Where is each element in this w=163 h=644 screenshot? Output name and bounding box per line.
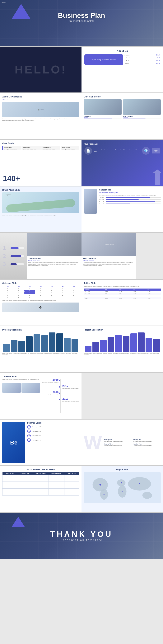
row-project-desc: Project Description Lorem ipsum dolor si…	[0, 326, 163, 372]
cal-day-24: 24	[24, 294, 35, 296]
gadget-bar-track-1	[106, 197, 161, 198]
cal-day-13: 13	[58, 290, 68, 292]
timeline-event-2015-text: Lorem ipsum dolor sit amet consectetur	[42, 382, 59, 383]
cal-day-7: 7	[68, 287, 79, 289]
cal-day-12: 12	[46, 290, 57, 292]
ic-3-4	[48, 482, 64, 485]
row-hello-aboutus: HELLO! About Us Are you ready to make a …	[0, 46, 163, 92]
portfolio2-subtitle: What's lorem dolor	[83, 260, 134, 262]
gadget-bar-fill-4	[106, 204, 130, 204]
portfolio1-slide: Your Portfolio What's lorem dolor Lorem …	[27, 233, 82, 279]
cal-header-sat: Sat	[68, 286, 79, 287]
maps-slide: Maps Slides	[82, 466, 163, 512]
w-item-3: Heading Three Lorem ipsum dolor sit amet…	[104, 443, 131, 446]
infographic-row-2	[2, 478, 79, 482]
team-name-1: Jane Bone	[84, 116, 122, 117]
cover-slide: 演界网 Business Plan Presentation template	[0, 0, 163, 46]
gadget-phone-image	[84, 189, 97, 214]
case-item-desc-3: Lorem ipsum dolor sit amet	[42, 148, 59, 150]
team-bar-fill-1	[84, 118, 112, 119]
number-bar-area-2	[10, 255, 24, 257]
td-2-q3: 1,100	[132, 293, 146, 295]
ic-1-5	[64, 475, 79, 478]
behance-content: Behance Social ⚙ Free-support 24/7 ⚙ Fre…	[27, 422, 79, 463]
portfolio1-image	[27, 233, 82, 256]
case-study-slide: Case Study Advantage 1 Lorem ipsum dolor…	[0, 140, 82, 186]
brush-img-label: ✈ Airplane	[4, 194, 10, 196]
project-desc2-slide: Project Description Lorem ipsum dolor si…	[82, 326, 163, 372]
infographic-row-1	[2, 475, 79, 478]
about-item-price-3: $19.00	[156, 60, 160, 62]
case-item-2: Advantage 2 Lorem ipsum dolor sit amet	[22, 146, 41, 150]
w-item-text-4: Lorem ipsum dolor sit amet consectetur.	[133, 445, 161, 446]
hello-slide: HELLO!	[0, 46, 82, 92]
cal-day-26: 26	[46, 294, 57, 296]
w-letter: W	[84, 433, 102, 452]
w-slide: W Heading One Lorem ipsum dolor sit amet…	[82, 420, 163, 466]
cal-day-9: 9	[14, 290, 24, 292]
number-bar-fill-3	[10, 264, 17, 265]
ic-4-2	[17, 485, 32, 488]
portfolio2-text: Lorem ipsum dolor sit amet consectetur a…	[83, 262, 134, 266]
ic-4-5	[64, 485, 79, 488]
about-item-price-1: $19.00	[156, 54, 160, 56]
infographic-th-2: CATEGORY TWO	[17, 472, 32, 475]
ic-3-1	[2, 482, 17, 485]
w-item-title-2: Heading Two	[133, 439, 161, 440]
team-project-slide: Our Team Project Jane Bone Designer Bria…	[82, 93, 163, 139]
th-q2: Q2	[118, 288, 132, 291]
td-3-q3: 750	[132, 295, 146, 297]
timeline-right: 2015 Lorem ipsum dolor sit amet consecte…	[42, 375, 80, 416]
td-1-q1: 1,200	[104, 291, 118, 293]
timeline-line	[60, 379, 61, 413]
about-item-3: Coffee Issue $19.00	[125, 60, 160, 62]
behance-title: Behance Social	[27, 422, 79, 424]
chart-bar-2-2	[92, 342, 99, 352]
ic-2-4	[48, 478, 64, 482]
cal-header-tue: Tue	[24, 286, 35, 287]
thankyou-grid-decoration	[0, 513, 163, 559]
timeline-img-1	[2, 383, 21, 393]
gadget-bar-1: Feature 1	[99, 197, 161, 198]
about-item-price-4: $19.00	[156, 63, 160, 64]
infographic-row-6	[2, 492, 79, 496]
cal-day-6: 6	[58, 287, 68, 289]
svg-marker-12	[152, 170, 162, 185]
behance-icon-4: ⚙	[27, 438, 31, 442]
ic-3-5	[64, 482, 79, 485]
chart-bar-1-10	[72, 339, 78, 352]
about-company-subtitle: About us	[2, 99, 79, 101]
team-layout: Jane Bone Designer Brian Template Develo…	[84, 99, 161, 119]
behance-item-text-4: Free-support 24/7	[32, 440, 41, 441]
cover-grid-decoration	[0, 0, 163, 46]
gadget-bar-label-1: Feature 1	[99, 197, 105, 198]
w-item-title-3: Heading Three	[104, 443, 131, 445]
bubble-text: Are you ready to make a decision?	[90, 59, 117, 60]
chart-bar-1-7	[49, 332, 56, 352]
chart-bar-2-6	[123, 336, 130, 352]
cal-day-27: 27	[58, 294, 68, 296]
cal-day-5: 5	[46, 287, 57, 289]
td-2-q4: 1,300	[147, 293, 161, 295]
td-3-q4: 900	[147, 295, 161, 297]
ic-5-3	[32, 488, 49, 492]
w-item-2: Heading Two Lorem ipsum dolor sit amet c…	[133, 439, 161, 442]
ic-3-3	[32, 482, 49, 485]
case-item-desc-1: Lorem ipsum dolor sit amet	[4, 148, 20, 150]
data-table: Category Q1 Q2 Q3 Q4 Product A 1,200 1,4…	[84, 288, 161, 299]
ic-6-2	[17, 492, 32, 496]
td-total-q3: 3,650	[132, 297, 146, 299]
project-desc1-title: Project Description	[2, 328, 79, 331]
ic-2-5	[64, 478, 79, 482]
about-us-grid: Are you ready to make a decision? A-Test…	[84, 54, 160, 65]
w-items-grid: Heading One Lorem ipsum dolor sit amet c…	[104, 439, 161, 446]
td-2-q2: 950	[118, 293, 132, 295]
gadget-bar-3: Feature 3	[99, 201, 161, 202]
forecast-target-box: Target 85%	[152, 148, 160, 154]
w-item-text-3: Lorem ipsum dolor sit amet consectetur.	[104, 445, 131, 446]
about-items-list: A-Testing $19.00 Performative $9.00 Coff…	[125, 54, 160, 65]
big-number-2: 2	[3, 253, 9, 259]
company-image: 📷 Photo	[2, 102, 79, 117]
cal-day-8: 8	[2, 290, 13, 292]
gadget-bar-4: Feature 4	[99, 203, 161, 204]
